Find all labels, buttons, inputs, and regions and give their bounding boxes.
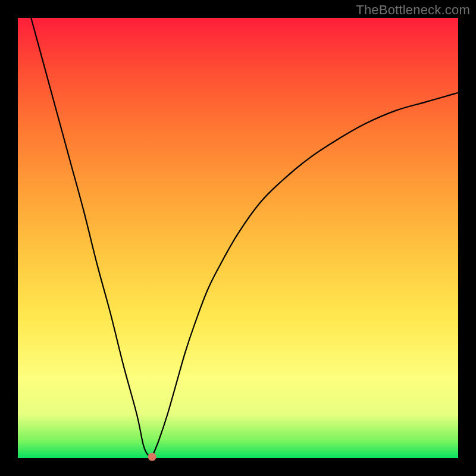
curve-right-branch bbox=[152, 93, 458, 457]
curve-left-branch bbox=[31, 18, 152, 457]
minimum-marker-dot bbox=[148, 453, 156, 461]
curve-svg bbox=[18, 18, 458, 458]
chart-frame: TheBottleneck.com bbox=[0, 0, 476, 476]
plot-area bbox=[18, 18, 458, 458]
watermark-text: TheBottleneck.com bbox=[356, 2, 470, 18]
